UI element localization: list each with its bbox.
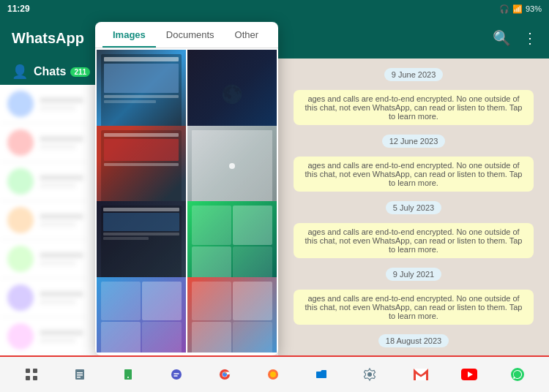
gmail-icon[interactable]	[397, 357, 445, 392]
status-time: 11:29	[7, 4, 30, 14]
phone-nav-icon[interactable]	[104, 357, 152, 392]
date-divider: 9 July 2021	[287, 267, 540, 281]
bottom-nav-bar	[0, 355, 549, 392]
status-icons: 🎧 📶 93%	[499, 4, 542, 14]
date-divider: 9 June 2023	[287, 67, 540, 81]
chats-row: 👤 Chats 211	[0, 59, 88, 85]
search-header-icon[interactable]: 🔍	[493, 29, 511, 47]
date-divider: 18 August 2023	[287, 333, 540, 347]
svg-point-8	[171, 369, 182, 380]
whatsapp-nav-icon[interactable]	[493, 357, 542, 392]
svg-rect-2	[26, 376, 30, 380]
sidebar-blur-overlay	[0, 85, 88, 355]
chats-label[interactable]: Chats	[34, 65, 66, 78]
chats-badge: 211	[70, 67, 90, 77]
system-message: ages and calls are end-to-end encrypted.…	[294, 90, 534, 125]
header-icons: 🔍 ⋮	[493, 29, 537, 47]
date-badge: 12 June 2023	[382, 135, 446, 148]
tab-documents[interactable]: Documents	[156, 22, 225, 48]
chrome-icon[interactable]	[201, 357, 249, 392]
wifi-icon: 📶	[512, 4, 523, 14]
launcher-icon[interactable]	[7, 357, 56, 392]
svg-rect-1	[33, 369, 37, 373]
chat-area: ol@Beebom 📹 📞 ⋮ 9 June 2023 ages and cal…	[278, 18, 549, 355]
sidebar-chat-list	[0, 85, 88, 355]
svg-rect-6	[77, 374, 83, 376]
system-message: ages and calls are end-to-end encrypted.…	[294, 223, 534, 258]
media-tabs: Images Documents Other	[95, 22, 278, 48]
svg-point-17	[511, 368, 524, 381]
teams-icon[interactable]	[152, 357, 201, 392]
status-bar: 11:29 🎧 📶 93%	[0, 0, 549, 18]
tab-other[interactable]: Other	[225, 22, 269, 48]
date-badge: 9 July 2021	[386, 268, 441, 281]
svg-rect-0	[26, 369, 30, 373]
date-divider: 5 July 2023	[287, 200, 540, 214]
media-thumbnail[interactable]	[97, 277, 186, 353]
firefox-icon[interactable]	[249, 357, 297, 392]
chat-messages: 9 June 2023 ages and calls are end-to-en…	[278, 59, 549, 355]
svg-rect-7	[77, 377, 81, 378]
settings-nav-icon[interactable]	[346, 357, 394, 392]
media-thumbnail[interactable]: 0:55	[187, 277, 277, 353]
files-icon[interactable]	[56, 357, 104, 392]
avatar-icon: 👤	[12, 64, 28, 80]
svg-rect-3	[33, 376, 37, 380]
date-badge: 5 July 2023	[386, 201, 441, 214]
svg-point-13	[367, 372, 372, 377]
media-panel: Images Documents Other 🌑	[95, 22, 278, 355]
svg-point-12	[270, 372, 276, 377]
date-badge: 9 June 2023	[384, 68, 444, 81]
date-badge: 18 August 2023	[378, 334, 449, 347]
media-grid: 🌑	[95, 48, 278, 353]
youtube-icon[interactable]	[445, 357, 493, 392]
more-header-icon[interactable]: ⋮	[523, 29, 537, 47]
system-message: ages and calls are end-to-end encrypted.…	[294, 157, 534, 192]
battery-icon: 93%	[526, 4, 542, 13]
tab-images[interactable]: Images	[102, 22, 156, 48]
date-divider: 12 June 2023	[287, 134, 540, 148]
folder-icon[interactable]	[297, 357, 346, 392]
bluetooth-icon: 🎧	[499, 4, 509, 14]
svg-rect-5	[77, 372, 83, 374]
system-message: ages and calls are end-to-end encrypted.…	[294, 290, 534, 325]
